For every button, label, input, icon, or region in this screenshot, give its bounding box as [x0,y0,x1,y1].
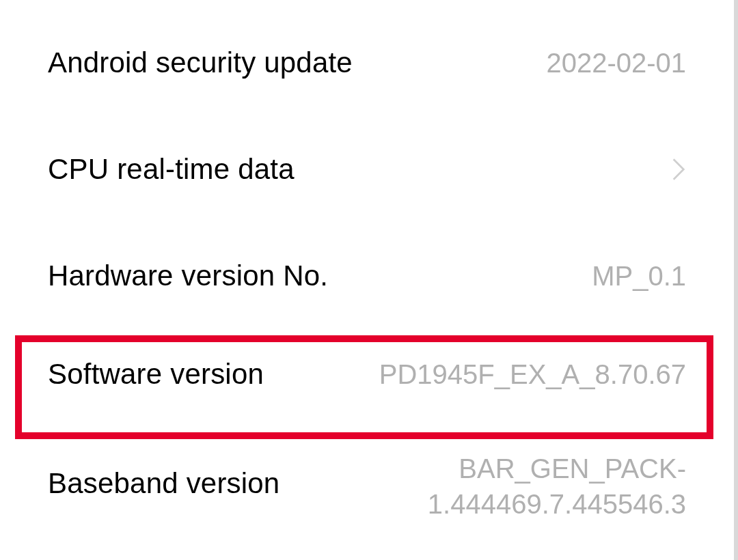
chevron-right-icon [671,156,686,182]
row-value-software-version: PD1945F_EX_A_8.70.67 [379,356,686,392]
row-value-baseband-version: BAR_GEN_PACK-1.444469.7.445546.3 [303,451,686,522]
row-baseband-version[interactable]: Baseband version BAR_GEN_PACK-1.444469.7… [0,423,734,553]
row-label-cpu-realtime-data: CPU real-time data [48,153,295,186]
row-value-hardware-version: MP_0.1 [592,258,686,294]
settings-list: Android security update 2022-02-01 CPU r… [0,0,734,553]
row-android-security-update[interactable]: Android security update 2022-02-01 [0,14,734,112]
row-value-android-security-update: 2022-02-01 [546,45,686,81]
row-software-version[interactable]: Software version PD1945F_EX_A_8.70.67 [0,325,734,423]
row-label-software-version: Software version [48,358,264,391]
row-hardware-version[interactable]: Hardware version No. MP_0.1 [0,227,734,325]
row-label-android-security-update: Android security update [48,46,353,79]
row-label-hardware-version: Hardware version No. [48,260,328,292]
settings-container: Android security update 2022-02-01 CPU r… [0,0,738,560]
row-cpu-realtime-data[interactable]: CPU real-time data [0,112,734,227]
row-label-baseband-version: Baseband version [48,451,279,500]
